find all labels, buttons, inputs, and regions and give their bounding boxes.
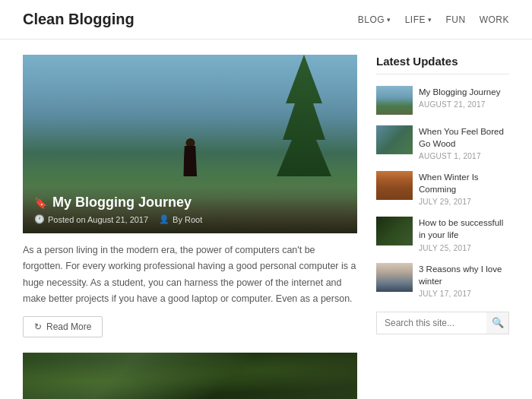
nav-work[interactable]: WORK <box>480 14 509 25</box>
read-more-button[interactable]: ↻ Read More <box>23 316 103 337</box>
item-date: JULY 29, 2017 <box>419 198 509 206</box>
calendar-icon: 🕐 <box>34 214 45 224</box>
site-header: Clean Blogging BLOG ▾ LIFE ▾ FUN WORK <box>0 0 532 40</box>
post-date: 🕐 Posted on August 21, 2017 <box>34 214 148 224</box>
thumbnail <box>376 171 413 200</box>
list-item[interactable]: My Blogging Journey AUGUST 21, 2017 <box>376 86 509 115</box>
item-date: AUGUST 1, 2017 <box>419 152 509 160</box>
user-icon: 👤 <box>159 214 169 224</box>
list-item[interactable]: How to be successfull in your life JULY … <box>376 217 509 252</box>
item-date: JULY 25, 2017 <box>419 244 509 252</box>
thumbnail <box>376 86 413 115</box>
bookmark-icon: 🔖 <box>34 197 47 209</box>
left-column: 🔖 My Blogging Journey 🕐 Posted on August… <box>23 55 376 399</box>
item-title: 3 Reasons why I love winter <box>419 263 509 287</box>
thumbnail <box>376 263 413 292</box>
featured-post-title[interactable]: 🔖 My Blogging Journey <box>34 195 346 211</box>
item-title: How to be successfull in your life <box>419 217 509 241</box>
post-author: 👤 By Root <box>159 214 202 224</box>
list-item[interactable]: 3 Reasons why I love winter JULY 17, 201… <box>376 263 509 298</box>
chevron-down-icon: ▾ <box>387 16 391 24</box>
item-title: My Blogging Journey <box>419 86 509 98</box>
person-figure <box>181 138 200 192</box>
featured-image[interactable]: 🔖 My Blogging Journey 🕐 Posted on August… <box>23 55 357 233</box>
search-button[interactable]: 🔍 <box>486 312 509 334</box>
main-nav: BLOG ▾ LIFE ▾ FUN WORK <box>358 14 509 25</box>
latest-updates-heading: Latest Updates <box>376 55 509 74</box>
thumbnail <box>376 125 413 154</box>
post-excerpt: As a person living in the modern era, th… <box>23 242 357 307</box>
post-caption: 🔖 My Blogging Journey 🕐 Posted on August… <box>23 185 357 233</box>
post-meta: 🕐 Posted on August 21, 2017 👤 By Root <box>34 214 346 224</box>
nav-life[interactable]: LIFE ▾ <box>405 14 432 25</box>
thumbnail <box>376 217 413 245</box>
item-title: When Winter Is Comming <box>419 171 509 195</box>
chevron-down-icon: ▾ <box>428 16 432 24</box>
list-item[interactable]: When You Feel Bored Go Wood AUGUST 1, 20… <box>376 125 509 160</box>
item-title: When You Feel Bored Go Wood <box>419 125 509 150</box>
search-icon: 🔍 <box>492 317 504 328</box>
nav-blog[interactable]: BLOG ▾ <box>358 14 391 25</box>
list-item[interactable]: When Winter Is Comming JULY 29, 2017 <box>376 171 509 206</box>
featured-post: 🔖 My Blogging Journey 🕐 Posted on August… <box>23 55 357 337</box>
main-content: 🔖 My Blogging Journey 🕐 Posted on August… <box>0 40 532 399</box>
right-column: Latest Updates My Blogging Journey AUGUS… <box>376 55 509 399</box>
refresh-icon: ↻ <box>34 321 42 332</box>
site-title[interactable]: Clean Blogging <box>23 11 135 28</box>
second-post-image[interactable] <box>23 353 357 399</box>
nav-fun[interactable]: FUN <box>445 14 465 25</box>
item-date: JULY 17, 2017 <box>419 290 509 298</box>
item-date: AUGUST 21, 2017 <box>419 100 509 109</box>
search-box: 🔍 <box>376 312 509 334</box>
